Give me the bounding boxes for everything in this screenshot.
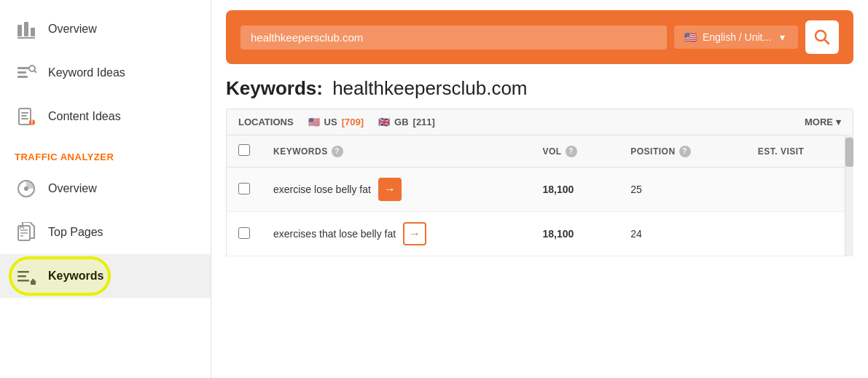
vertical-scrollbar[interactable] bbox=[845, 135, 853, 256]
sidebar-item-overview-traffic[interactable]: Overview bbox=[0, 167, 211, 210]
th-keywords: KEYWORDS ? bbox=[262, 135, 531, 168]
sidebar-item-top-pages[interactable]: Top Pages bbox=[0, 210, 211, 254]
table-header-row: KEYWORDS ? VOL ? POSITIO bbox=[227, 135, 853, 168]
main-content: 🇺🇸 English / Unit... ▾ Keywords: healthk… bbox=[211, 0, 868, 378]
chevron-down-icon: ▾ bbox=[780, 31, 785, 43]
svg-point-16 bbox=[24, 186, 28, 191]
sidebar-item-overview-top[interactable]: Overview bbox=[0, 7, 211, 51]
sidebar-item-label: Content Ideas bbox=[48, 110, 121, 123]
us-count: [709] bbox=[342, 117, 364, 127]
svg-point-7 bbox=[29, 66, 35, 71]
svg-rect-21 bbox=[17, 275, 26, 277]
svg-rect-4 bbox=[17, 67, 29, 69]
row1-arrow-button[interactable]: → bbox=[378, 178, 402, 201]
row1-keyword: exercise lose belly fat → bbox=[262, 168, 531, 212]
locations-label: LOCATIONS bbox=[238, 117, 294, 127]
location-gb[interactable]: 🇬🇧 GB [211] bbox=[378, 117, 435, 127]
title-domain: healthkeepersclub.com bbox=[332, 77, 527, 99]
th-est-visit: EST. VISIT bbox=[746, 135, 853, 168]
row2-position: 24 bbox=[619, 212, 746, 256]
us-flag: 🇺🇸 bbox=[308, 117, 320, 127]
svg-text:!: ! bbox=[31, 119, 33, 127]
row1-position: 25 bbox=[619, 168, 746, 212]
scrollbar-thumb[interactable] bbox=[845, 138, 853, 167]
svg-rect-24 bbox=[32, 279, 34, 281]
row2-est-visit bbox=[746, 212, 853, 256]
location-us[interactable]: 🇺🇸 US [709] bbox=[308, 117, 364, 127]
pages-icon bbox=[15, 221, 38, 244]
search-bar: 🇺🇸 English / Unit... ▾ bbox=[226, 10, 853, 64]
row1-est-visit bbox=[746, 168, 853, 212]
select-all-checkbox[interactable] bbox=[238, 144, 250, 156]
traffic-analyzer-label: TRAFFIC ANALYZER bbox=[0, 138, 211, 167]
sidebar-item-keyword-ideas[interactable]: Keyword Ideas bbox=[0, 51, 211, 95]
sidebar-item-label: Keywords bbox=[48, 269, 103, 283]
th-vol: VOL ? bbox=[531, 135, 619, 168]
locations-bar: LOCATIONS 🇺🇸 US [709] 🇬🇧 GB [211] MORE ▾ bbox=[226, 109, 853, 135]
sidebar-item-label: Top Pages bbox=[48, 226, 103, 239]
th-position: POSITION ? bbox=[619, 135, 746, 168]
language-selector[interactable]: 🇺🇸 English / Unit... ▾ bbox=[674, 25, 798, 49]
keywords-table: KEYWORDS ? VOL ? POSITIO bbox=[226, 135, 853, 256]
row2-keyword: exercises that lose belly fat → bbox=[262, 212, 531, 256]
vol-info-icon[interactable]: ? bbox=[566, 146, 577, 157]
svg-rect-2 bbox=[31, 28, 35, 36]
svg-rect-0 bbox=[17, 25, 22, 36]
domain-input[interactable] bbox=[241, 25, 667, 50]
gb-count: [211] bbox=[413, 117, 435, 127]
gb-label: GB bbox=[394, 117, 409, 127]
table-row: exercises that lose belly fat → 18,100 2… bbox=[227, 212, 853, 256]
svg-rect-11 bbox=[21, 115, 27, 117]
position-info-icon[interactable]: ? bbox=[679, 146, 691, 157]
keywords-info-icon[interactable]: ? bbox=[332, 146, 343, 157]
svg-rect-12 bbox=[21, 118, 28, 119]
sidebar: Overview Keyword Ideas ! C bbox=[0, 0, 211, 378]
page-title: Keywords: healthkeepersclub.com bbox=[211, 64, 868, 109]
svg-rect-10 bbox=[21, 112, 28, 114]
svg-rect-22 bbox=[17, 280, 29, 282]
gb-flag: 🇬🇧 bbox=[378, 117, 390, 127]
row2-arrow-button[interactable]: → bbox=[403, 222, 426, 245]
row2-checkbox[interactable] bbox=[238, 227, 250, 239]
chart-icon bbox=[15, 17, 38, 41]
sidebar-item-label: Overview bbox=[48, 23, 97, 36]
th-checkbox bbox=[227, 135, 262, 168]
language-label: English / Unit... bbox=[703, 31, 771, 43]
row1-checkbox-cell bbox=[227, 168, 262, 212]
table-wrapper: KEYWORDS ? VOL ? POSITIO bbox=[226, 135, 853, 256]
row1-checkbox[interactable] bbox=[238, 183, 250, 194]
us-flag-icon: 🇺🇸 bbox=[684, 31, 697, 43]
svg-rect-5 bbox=[17, 71, 26, 74]
search-icon bbox=[814, 29, 830, 45]
sidebar-item-label: Overview bbox=[48, 182, 97, 195]
svg-rect-1 bbox=[24, 22, 28, 36]
content-ideas-icon: ! bbox=[15, 105, 38, 128]
title-prefix: Keywords: bbox=[226, 77, 323, 99]
svg-line-26 bbox=[825, 40, 829, 44]
more-label: MORE bbox=[805, 117, 833, 127]
sidebar-item-content-ideas[interactable]: ! Content Ideas bbox=[0, 95, 211, 138]
row1-vol: 18,100 bbox=[531, 168, 619, 212]
sidebar-item-keywords[interactable]: Keywords bbox=[0, 254, 211, 298]
table-row: exercise lose belly fat → 18,100 25 bbox=[227, 168, 853, 212]
keywords-icon bbox=[15, 264, 38, 288]
row2-checkbox-cell bbox=[227, 212, 262, 256]
svg-rect-6 bbox=[17, 76, 28, 78]
svg-rect-20 bbox=[17, 271, 29, 273]
row2-vol: 18,100 bbox=[531, 212, 619, 256]
chevron-down-icon: ▾ bbox=[836, 117, 841, 127]
svg-line-8 bbox=[34, 71, 36, 73]
more-button[interactable]: MORE ▾ bbox=[805, 117, 841, 127]
sidebar-item-label: Keyword Ideas bbox=[48, 66, 125, 79]
us-label: US bbox=[324, 117, 337, 127]
keyword-ideas-icon bbox=[15, 61, 38, 84]
search-button[interactable] bbox=[805, 20, 839, 54]
table-area: LOCATIONS 🇺🇸 US [709] 🇬🇧 GB [211] MORE ▾ bbox=[211, 109, 868, 378]
analytics-icon bbox=[15, 177, 38, 200]
